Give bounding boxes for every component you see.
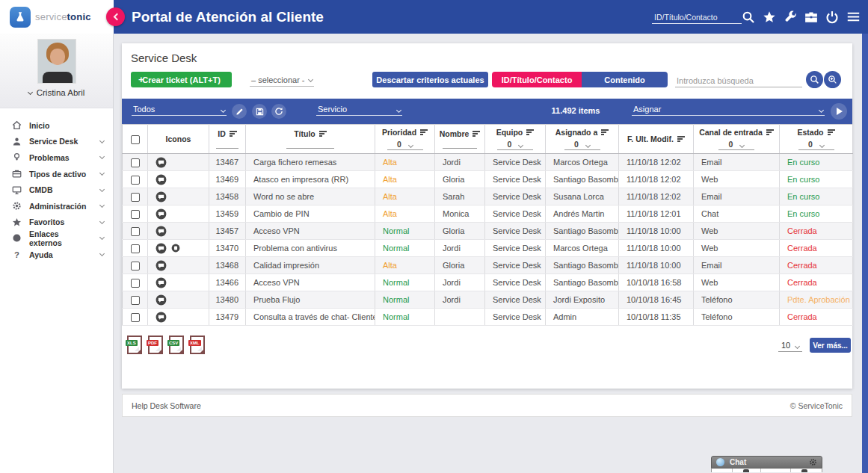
row-checkbox[interactable] xyxy=(131,262,140,270)
sidebar-item-favoritos[interactable]: Favoritos xyxy=(0,214,113,231)
quick-search-input[interactable] xyxy=(652,11,742,24)
refresh-button[interactable] xyxy=(271,104,286,119)
column-label-team[interactable]: Equipo xyxy=(496,128,523,137)
column-label-modified[interactable]: F. Ult. Modif. xyxy=(627,135,674,143)
comment-icon[interactable] xyxy=(156,277,167,288)
wrench-icon[interactable] xyxy=(783,10,798,25)
table-row[interactable]: 13468Calidad impresiónAltaGloriaService … xyxy=(123,257,853,274)
sidebar-item-problemas[interactable]: Problemas xyxy=(0,149,113,166)
star-icon[interactable] xyxy=(762,10,777,25)
comment-icon[interactable] xyxy=(156,312,167,323)
service-select[interactable]: Servicio xyxy=(316,105,402,116)
table-row[interactable]: 13457Acceso VPNNormalGloriaService DeskS… xyxy=(123,223,853,240)
comment-icon[interactable] xyxy=(156,243,167,254)
comment-icon[interactable] xyxy=(156,226,167,237)
comment-icon[interactable] xyxy=(156,191,167,203)
table-row[interactable]: 13470Problema con antivirusNormalJordiSe… xyxy=(123,240,853,257)
user-menu[interactable]: Cristina Abril xyxy=(0,88,113,97)
collapse-sidebar-button[interactable] xyxy=(106,7,125,26)
sort-icon[interactable] xyxy=(677,136,685,142)
load-more-button[interactable]: Ver más... xyxy=(810,338,851,353)
content-toggle[interactable]: Contenido xyxy=(582,72,668,87)
filter-select-status[interactable]: 0 xyxy=(798,140,834,150)
row-checkbox[interactable] xyxy=(131,210,140,219)
row-checkbox[interactable] xyxy=(131,313,140,322)
briefcase-icon[interactable] xyxy=(804,10,819,25)
sort-icon[interactable] xyxy=(319,131,327,137)
sort-icon[interactable] xyxy=(473,131,480,137)
filter-input-title[interactable] xyxy=(286,142,334,149)
column-label-id[interactable]: ID xyxy=(218,129,226,138)
table-row[interactable]: 13466Acceso VPNNormalJordiService DeskSa… xyxy=(123,274,853,291)
ticket-search-input[interactable] xyxy=(675,75,802,87)
filter-select-channel[interactable]: 0 xyxy=(718,140,754,150)
table-row[interactable]: 13480Prueba FlujoNormalJordiService Desk… xyxy=(123,291,853,309)
column-label-name[interactable]: Nombre xyxy=(440,129,470,138)
filter-input-name[interactable] xyxy=(443,142,477,149)
row-checkbox[interactable] xyxy=(131,176,140,185)
table-row[interactable]: 13467Carga fichero remesasAltaJordiServi… xyxy=(123,154,853,171)
avatar[interactable] xyxy=(37,39,76,84)
assign-select[interactable]: Asignar xyxy=(632,105,825,116)
comment-icon[interactable] xyxy=(156,208,167,220)
discard-criteria-button[interactable]: Descartar criterios actuales xyxy=(372,72,488,87)
sort-icon[interactable] xyxy=(828,129,835,135)
sidebar-item-tipos-de-activo[interactable]: Tipos de activo xyxy=(0,166,113,182)
ticket-badge-icon[interactable] xyxy=(171,244,180,253)
filter-select-priority[interactable]: 0 xyxy=(387,140,423,150)
row-checkbox[interactable] xyxy=(131,244,140,253)
sidebar-item-inicio[interactable]: Inicio xyxy=(0,117,113,134)
sidebar-item-administraci-n[interactable]: Administración xyxy=(0,198,113,214)
search-button[interactable] xyxy=(806,71,823,88)
edit-view-button[interactable] xyxy=(232,104,247,119)
column-label-status[interactable]: Estado xyxy=(797,128,823,137)
menu-icon[interactable] xyxy=(846,10,861,25)
view-select[interactable]: Todos xyxy=(132,105,227,116)
table-row[interactable]: 13459Cambio de PINAltaMonicaService Desk… xyxy=(123,205,853,223)
sidebar-item-enlaces-externos[interactable]: Enlaces externos xyxy=(0,230,113,247)
sidebar-item-ayuda[interactable]: ?Ayuda xyxy=(0,247,113,263)
table-row[interactable]: 13479Consulta a través de chat- ClienteN… xyxy=(123,309,853,326)
column-label-channel[interactable]: Canal de entrada xyxy=(699,128,763,137)
sort-icon[interactable] xyxy=(230,131,237,137)
sort-icon[interactable] xyxy=(601,129,609,135)
select-all-checkbox[interactable] xyxy=(131,135,140,144)
chat-titlebar[interactable]: Chat xyxy=(711,456,822,469)
row-checkbox[interactable] xyxy=(131,193,140,202)
gear-icon[interactable] xyxy=(809,458,817,466)
comment-icon[interactable] xyxy=(156,157,167,168)
filter-select-team[interactable]: 0 xyxy=(497,140,533,150)
export-xls-button[interactable]: XLS xyxy=(127,336,142,354)
row-checkbox[interactable] xyxy=(131,227,140,236)
row-checkbox[interactable] xyxy=(131,158,140,167)
column-label-title[interactable]: Título xyxy=(294,129,316,138)
save-view-button[interactable] xyxy=(252,104,267,119)
comment-icon[interactable] xyxy=(156,294,167,306)
column-label-priority[interactable]: Prioridad xyxy=(382,128,416,137)
create-ticket-button[interactable]: + Crear ticket (ALT+T) xyxy=(131,72,232,87)
page-size-select[interactable]: 10 xyxy=(778,341,802,352)
execute-assign-button[interactable] xyxy=(831,103,847,120)
row-checkbox[interactable] xyxy=(131,296,140,305)
sort-icon[interactable] xyxy=(526,129,534,135)
column-label-icons[interactable]: Iconos xyxy=(166,135,191,143)
sidebar-item-cmdb[interactable]: CMDB xyxy=(0,182,113,198)
bulk-action-select[interactable]: – seleccionar - xyxy=(250,74,314,87)
sidebar-item-service-desk[interactable]: Service Desk xyxy=(0,134,113,150)
column-label-assigned[interactable]: Asignado a xyxy=(555,128,598,137)
logo[interactable]: servicetonic xyxy=(0,0,114,34)
power-icon[interactable] xyxy=(825,10,840,25)
search-icon[interactable] xyxy=(741,10,756,25)
id-title-contact-toggle[interactable]: ID/Título/Contacto xyxy=(492,72,582,87)
sort-icon[interactable] xyxy=(766,129,774,135)
advanced-search-button[interactable] xyxy=(824,71,841,88)
row-checkbox[interactable] xyxy=(131,279,140,288)
export-pdf-button[interactable]: PDF xyxy=(148,336,163,354)
table-row[interactable]: 13469Atasco en impresora (RR)AltaGloriaS… xyxy=(123,171,853,188)
comment-icon[interactable] xyxy=(156,174,167,185)
comment-icon[interactable] xyxy=(156,260,167,271)
sort-icon[interactable] xyxy=(420,129,428,135)
export-csv-button[interactable]: CSV xyxy=(169,336,184,354)
filter-input-id[interactable] xyxy=(216,142,238,149)
filter-select-assigned[interactable]: 0 xyxy=(564,140,600,150)
